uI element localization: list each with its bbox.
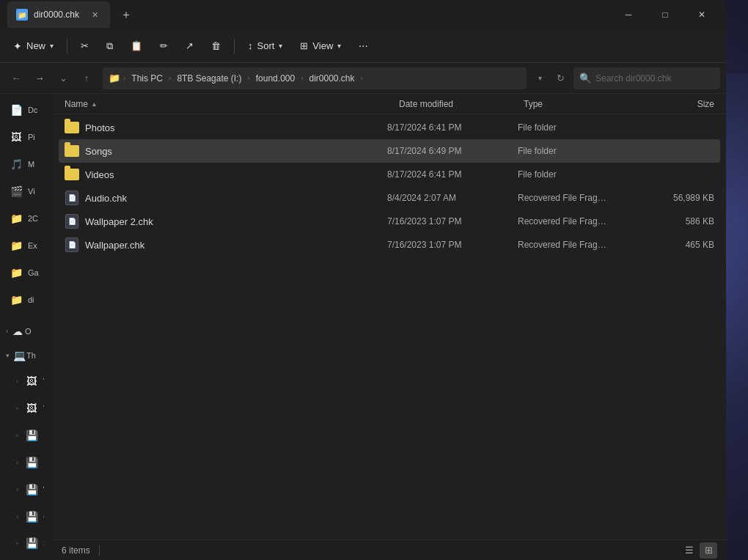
tiles-view-button[interactable]: ⊞ <box>700 542 717 559</box>
view-dropdown-arrow: ▾ <box>337 42 341 50</box>
file-date-audio: 8/4/2024 2:07 AM <box>387 193 512 203</box>
file-date-wallpaper2: 7/16/2023 1:07 PM <box>387 216 512 226</box>
breadcrumb-folder-icon: 📁 <box>109 73 120 84</box>
rename-button[interactable]: ✏ <box>153 34 175 58</box>
breadcrumb-thispc[interactable]: This PC <box>128 72 166 85</box>
sidebar-item-ex[interactable]: 📁 Ex <box>3 233 50 259</box>
sidebar-label-ga: Ga <box>28 268 39 277</box>
sidebar-item-vi2[interactable]: › 🖼 Vi <box>3 368 50 394</box>
sort-button[interactable]: ↕ Sort ▾ <box>241 34 290 58</box>
sidebar-item-s1[interactable]: › 💾 S <box>3 531 50 556</box>
sidebar-label-di: di <box>28 295 34 304</box>
breadcrumb-drive[interactable]: 8TB Seagate (I:) <box>174 72 244 85</box>
sidebar-label-w1: W <box>43 485 44 494</box>
sidebar-icon-thispc: 💻 <box>12 348 26 363</box>
new-button[interactable]: ✦ New ▾ <box>6 34 61 58</box>
view-button[interactable]: ⊞ View ▾ <box>293 34 348 58</box>
i2-expand-icon: › <box>16 459 18 466</box>
cut-button[interactable]: ✂ <box>73 34 96 58</box>
back-button[interactable]: ← <box>6 68 26 89</box>
sidebar-item-dc[interactable]: 📄 Dc <box>3 97 50 123</box>
new-tab-button[interactable]: ＋ <box>116 4 136 25</box>
delete-button[interactable]: 🗑 <box>204 34 228 58</box>
sidebar-item-pi[interactable]: 🖼 Pi <box>3 125 50 150</box>
paste-button[interactable]: 📋 <box>123 34 150 58</box>
title-bar: 📁 dir0000.chk ✕ ＋ ─ □ ✕ <box>0 0 726 29</box>
col-header-name[interactable]: Name ▲ <box>65 99 399 109</box>
sidebar-item-w1[interactable]: › 💾 W <box>3 476 50 502</box>
more-options-button[interactable]: ··· <box>351 34 375 58</box>
sidebar-label-dc: Dc <box>28 106 37 114</box>
active-tab[interactable]: 📁 dir0000.chk ✕ <box>7 1 110 28</box>
breadcrumb-current[interactable]: dir0000.chk <box>307 72 358 85</box>
maximize-button[interactable]: □ <box>648 3 682 26</box>
sidebar-icon-vi3: 🖼 <box>24 401 39 416</box>
sidebar-icon-vi2: 🖼 <box>24 374 39 388</box>
recent-locations-button[interactable]: ⌄ <box>53 68 73 89</box>
name-sort-icon: ▲ <box>91 100 98 108</box>
sidebar-label-c1: C <box>43 512 44 521</box>
sidebar-icon-onedrive: ☁ <box>10 324 25 339</box>
file-row-videos[interactable]: Videos 8/17/2024 6:41 PM File folder <box>59 163 720 186</box>
share-button[interactable]: ↗ <box>178 34 201 58</box>
onedrive-expand-icon: › <box>6 328 8 335</box>
search-bar[interactable]: 🔍 Search dir0000.chk <box>573 67 720 89</box>
col-header-type[interactable]: Type <box>524 99 641 109</box>
sidebar-item-i2[interactable]: › 💾 I <box>3 449 50 475</box>
sidebar-group-thispc[interactable]: ▾ 💻 Th <box>1 344 51 366</box>
sidebar-label-vi: Vi <box>28 187 35 196</box>
breadcrumb-sep-0: › <box>123 74 125 82</box>
file-panel: Name ▲ Date modified Type Size Photos 8/… <box>53 94 726 560</box>
details-view-button[interactable]: ☰ <box>681 542 698 559</box>
file-row-audio[interactable]: 📄 Audio.chk 8/4/2024 2:07 AM Recovered F… <box>59 186 720 210</box>
sidebar-item-ga[interactable]: 📁 Ga <box>3 260 50 286</box>
tab-close-button[interactable]: ✕ <box>88 8 101 21</box>
sidebar-label-m: M <box>28 160 34 169</box>
breadcrumb-sep-3: › <box>301 74 303 82</box>
sidebar-item-m[interactable]: 🎵 M <box>3 152 50 177</box>
breadcrumb-found[interactable]: found.000 <box>253 72 298 85</box>
sidebar-item-2c[interactable]: 📁 2C <box>3 206 50 232</box>
sidebar-label-i1: I <box>43 431 44 440</box>
explorer-window: 📁 dir0000.chk ✕ ＋ ─ □ ✕ ✦ New ▾ ✂ ⧉ 📋 ✏ <box>0 0 726 560</box>
i1-expand-icon: › <box>16 432 18 439</box>
file-name-wallpaper2: Wallpaper 2.chk <box>85 216 381 227</box>
file-row-wallpaper2[interactable]: 📄 Wallpaper 2.chk 7/16/2023 1:07 PM Reco… <box>59 210 720 233</box>
new-dropdown-arrow: ▾ <box>50 42 54 50</box>
thispc-expand-icon: ▾ <box>6 352 10 359</box>
sidebar-label-i2: I <box>43 458 44 467</box>
file-row-wallpaper[interactable]: 📄 Wallpaper.chk 7/16/2023 1:07 PM Recove… <box>59 233 720 257</box>
paste-icon: 📋 <box>131 40 142 51</box>
sidebar-group-onedrive[interactable]: › ☁ O <box>1 320 51 342</box>
sidebar-icon-pi: 🖼 <box>9 130 23 144</box>
sidebar-item-c1[interactable]: › 💾 C <box>3 504 50 529</box>
refresh-button[interactable]: ↻ <box>550 68 571 89</box>
sidebar-item-di[interactable]: 📁 di <box>3 287 50 313</box>
sidebar-label-2c: 2C <box>28 214 38 223</box>
forward-button[interactable]: → <box>29 68 50 89</box>
file-size-wallpaper: 465 KB <box>641 240 714 250</box>
breadcrumb-sep-4: › <box>361 74 363 82</box>
sidebar-label-ex: Ex <box>28 241 37 250</box>
up-button[interactable]: ↑ <box>76 68 97 89</box>
search-placeholder: Search dir0000.chk <box>595 73 671 84</box>
file-name-audio: Audio.chk <box>85 193 381 204</box>
file-date-wallpaper: 7/16/2023 1:07 PM <box>387 240 512 250</box>
file-row-photos[interactable]: Photos 8/17/2024 6:41 PM File folder <box>59 116 720 139</box>
minimize-button[interactable]: ─ <box>612 3 645 26</box>
breadcrumb-sep-1: › <box>169 74 171 82</box>
search-icon: 🔍 <box>579 73 591 84</box>
sidebar-item-vi[interactable]: 🎬 Vi <box>3 179 50 205</box>
sidebar-item-i1[interactable]: › 💾 I <box>3 422 50 448</box>
file-type-photos: File folder <box>518 122 635 133</box>
new-label: New <box>26 40 45 51</box>
sidebar-item-vi3[interactable]: › 🖼 V <box>3 395 50 421</box>
col-header-date[interactable]: Date modified <box>399 99 524 109</box>
close-button[interactable]: ✕ <box>685 3 719 26</box>
file-row-songs[interactable]: Songs 8/17/2024 6:49 PM File folder <box>59 139 720 163</box>
sort-dropdown-arrow: ▾ <box>279 42 282 50</box>
copy-button[interactable]: ⧉ <box>99 34 120 58</box>
col-header-size[interactable]: Size <box>641 99 714 109</box>
breadcrumb-dropdown-button[interactable]: ▾ <box>532 71 547 86</box>
file-type-wallpaper: Recovered File Frag… <box>518 240 635 250</box>
